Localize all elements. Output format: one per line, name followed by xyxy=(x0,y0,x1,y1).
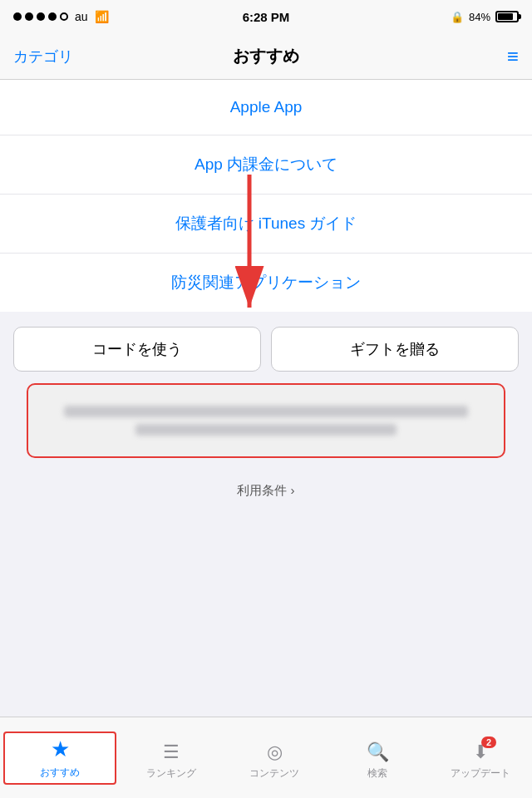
updates-badge: 2 xyxy=(481,736,496,748)
send-gift-button[interactable]: ギフトを贈る xyxy=(271,327,519,372)
signal-dot-1 xyxy=(13,12,22,21)
menu-icon[interactable]: ≡ xyxy=(507,47,519,66)
tab-ranking[interactable]: ☰ ランキング xyxy=(120,735,223,781)
tab-bar: ★ おすすめ ☰ ランキング ◎ コンテンツ 🔍 検索 ⬇ 2 アップデート xyxy=(0,717,532,798)
blurred-content-box xyxy=(27,383,505,458)
category-button[interactable]: カテゴリ xyxy=(13,47,73,66)
status-right: 🔒 84% xyxy=(451,11,519,23)
page-title: おすすめ xyxy=(233,45,299,67)
status-bar: au 📶 6:28 PM 🔒 84% xyxy=(0,0,532,33)
tab-content-label: コンテンツ xyxy=(249,766,299,781)
tab-featured-label: おすすめ xyxy=(40,766,80,780)
tab-ranking-label: ランキング xyxy=(146,766,196,781)
carrier-label: au xyxy=(75,10,88,23)
terms-row: 利用条件 › xyxy=(0,471,532,510)
tab-updates[interactable]: ⬇ 2 アップデート xyxy=(429,735,532,781)
list-icon: ☰ xyxy=(163,741,180,763)
tab-search-label: 検索 xyxy=(367,766,387,781)
tab-content[interactable]: ◎ コンテンツ xyxy=(223,735,326,781)
battery-icon xyxy=(495,11,519,22)
menu-item-disaster[interactable]: 防災関連アプリケーション xyxy=(0,254,532,312)
star-icon: ★ xyxy=(51,736,70,762)
updates-icon-container: ⬇ 2 xyxy=(473,741,488,763)
battery-fill xyxy=(498,13,513,20)
main-content: Apple App App 内課金について 保護者向け iTunes ガイド 防… xyxy=(0,80,532,312)
terms-link[interactable]: 利用条件 › xyxy=(237,483,294,497)
signal-dot-2 xyxy=(25,12,33,21)
tab-featured[interactable]: ★ おすすめ xyxy=(3,732,116,785)
blur-line-2 xyxy=(135,424,397,436)
battery-percent: 84% xyxy=(469,11,490,23)
blur-line-1 xyxy=(64,406,468,417)
status-time: 6:28 PM xyxy=(243,10,290,24)
signal-dot-4 xyxy=(48,12,57,21)
menu-item-parental[interactable]: 保護者向け iTunes ガイド xyxy=(0,195,532,254)
buttons-row: コードを使う ギフトを贈る xyxy=(0,312,532,383)
wifi-icon: 📶 xyxy=(95,10,109,23)
menu-item-apple-app[interactable]: Apple App xyxy=(0,80,532,135)
tab-updates-label: アップデート xyxy=(451,766,510,781)
signal-dot-5 xyxy=(60,12,68,21)
redeem-code-button[interactable]: コードを使う xyxy=(13,327,261,372)
nav-bar: カテゴリ おすすめ ≡ xyxy=(0,33,532,80)
lock-icon: 🔒 xyxy=(451,11,464,23)
compass-icon: ◎ xyxy=(267,741,283,763)
menu-item-iap[interactable]: App 内課金について xyxy=(0,135,532,195)
signal-dot-3 xyxy=(37,12,45,21)
tab-search[interactable]: 🔍 検索 xyxy=(326,735,429,781)
search-icon: 🔍 xyxy=(367,741,389,763)
status-left: au 📶 xyxy=(13,10,109,23)
